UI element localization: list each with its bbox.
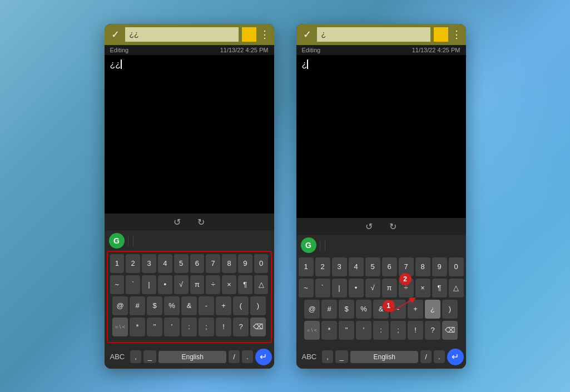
right-key-8[interactable]: 8	[415, 257, 430, 276]
right-key-asterisk[interactable]: *	[321, 321, 337, 340]
right-key-squote[interactable]: '	[356, 321, 371, 340]
left-key-backtick[interactable]: `	[126, 275, 140, 294]
right-abc-button[interactable]: ABC	[299, 350, 320, 363]
right-redo-button[interactable]: ↻	[389, 221, 396, 232]
right-key-pipe[interactable]: |	[332, 279, 347, 297]
right-comma-key[interactable]: ,	[322, 350, 333, 363]
right-key-4[interactable]: 4	[349, 257, 364, 276]
left-redo-button[interactable]: ↻	[197, 217, 205, 227]
right-key-backtick[interactable]: `	[315, 279, 330, 297]
left-check-button[interactable]: ✓	[109, 27, 122, 42]
right-key-1[interactable]: 1	[299, 257, 314, 276]
left-key-7[interactable]: 7	[206, 254, 220, 273]
left-english-button[interactable]: English	[158, 351, 226, 363]
left-key-sqrt[interactable]: √	[174, 275, 189, 294]
left-key-pi[interactable]: π	[190, 275, 205, 294]
right-key-backspace[interactable]: ⌫	[442, 321, 458, 340]
left-menu-dots[interactable]: ⋮	[260, 28, 270, 41]
left-key-pipe[interactable]: |	[142, 275, 156, 294]
right-key-bullet[interactable]: •	[349, 279, 364, 297]
left-key-colon[interactable]: :	[181, 317, 197, 336]
right-key-plus[interactable]: +	[408, 300, 423, 319]
right-key-at[interactable]: @	[304, 300, 320, 319]
left-key-semicolon[interactable]: ;	[199, 317, 214, 336]
right-key-tilde[interactable]: ~	[299, 279, 314, 297]
right-period-key[interactable]: .	[434, 350, 445, 363]
right-key-hash[interactable]: #	[321, 300, 337, 319]
left-key-bullet[interactable]: •	[158, 275, 172, 294]
left-key-3[interactable]: 3	[142, 254, 156, 273]
right-key-2[interactable]: 2	[315, 257, 330, 276]
right-underscore-key[interactable]: _	[335, 350, 348, 363]
right-check-button[interactable]: ✓	[301, 27, 314, 42]
right-key-sqrt[interactable]: √	[365, 279, 380, 297]
left-key-minus[interactable]: -	[199, 296, 214, 315]
left-key-5[interactable]: 5	[174, 254, 189, 273]
left-key-2[interactable]: 2	[126, 254, 140, 273]
right-key-6[interactable]: 6	[382, 257, 397, 276]
left-underscore-key[interactable]: _	[143, 350, 156, 363]
left-key-divide[interactable]: ÷	[206, 275, 220, 294]
left-key-rparen[interactable]: )	[250, 296, 266, 315]
left-key-0[interactable]: 0	[254, 254, 269, 273]
left-key-8[interactable]: 8	[222, 254, 236, 273]
right-key-multiply[interactable]: ×	[415, 279, 430, 297]
right-key-rparen[interactable]: )	[442, 300, 458, 319]
left-g-button[interactable]: G	[109, 233, 125, 249]
right-key-inverted-question[interactable]: ¿	[425, 300, 440, 319]
right-key-special1[interactable]: = \ <	[304, 321, 320, 340]
right-key-3[interactable]: 3	[332, 257, 347, 276]
left-key-hash[interactable]: #	[130, 296, 145, 315]
left-key-1[interactable]: 1	[110, 254, 125, 273]
left-key-special1[interactable]: = \ <	[112, 317, 128, 336]
left-key-triangle[interactable]: △	[254, 275, 269, 294]
right-key-pi[interactable]: π	[382, 279, 397, 297]
right-key-0[interactable]: 0	[449, 257, 464, 276]
right-key-triangle[interactable]: △	[449, 279, 464, 297]
right-key-5[interactable]: 5	[365, 257, 380, 276]
right-key-exclaim[interactable]: !	[408, 321, 423, 340]
left-key-squote[interactable]: '	[164, 317, 180, 336]
left-key-pilcrow[interactable]: ¶	[238, 275, 252, 294]
left-key-6[interactable]: 6	[190, 254, 205, 273]
left-key-plus[interactable]: +	[216, 296, 231, 315]
right-key-dollar[interactable]: $	[339, 300, 354, 319]
left-undo-button[interactable]: ↺	[174, 217, 181, 227]
right-key-semicolon[interactable]: ;	[390, 321, 406, 340]
left-key-4[interactable]: 4	[158, 254, 172, 273]
left-key-at[interactable]: @	[112, 296, 128, 315]
right-english-button[interactable]: English	[350, 351, 418, 363]
left-key-asterisk[interactable]: *	[130, 317, 145, 336]
left-comma-key[interactable]: ,	[130, 350, 141, 363]
left-key-question[interactable]: ?	[233, 317, 249, 336]
right-key-9[interactable]: 9	[432, 257, 447, 276]
left-slash-key[interactable]: /	[229, 350, 240, 363]
left-key-percent[interactable]: %	[164, 296, 180, 315]
right-content-area[interactable]: ¿​	[296, 55, 466, 218]
left-key-dquote[interactable]: "	[147, 317, 162, 336]
right-key-colon[interactable]: :	[373, 321, 389, 340]
left-abc-button[interactable]: ABC	[107, 350, 128, 363]
right-enter-button[interactable]: ↵	[447, 349, 464, 365]
right-key-pilcrow[interactable]: ¶	[432, 279, 447, 297]
left-key-9[interactable]: 9	[238, 254, 252, 273]
right-title-input[interactable]: ¿	[317, 27, 430, 42]
left-period-key[interactable]: .	[242, 350, 253, 363]
left-key-lparen[interactable]: (	[233, 296, 249, 315]
right-key-question[interactable]: ?	[425, 321, 440, 340]
left-key-amp[interactable]: &	[181, 296, 197, 315]
left-key-tilde[interactable]: ~	[110, 275, 125, 294]
right-slash-key[interactable]: /	[420, 350, 432, 363]
left-key-multiply[interactable]: ×	[222, 275, 236, 294]
left-title-input[interactable]: ¿¿	[125, 27, 239, 42]
left-enter-button[interactable]: ↵	[255, 349, 272, 365]
left-key-dollar[interactable]: $	[147, 296, 162, 315]
left-key-backspace[interactable]: ⌫	[250, 317, 266, 336]
left-content-area[interactable]: ¿¿​	[105, 55, 274, 214]
left-key-exclaim[interactable]: !	[216, 317, 231, 336]
right-key-percent[interactable]: %	[356, 300, 371, 319]
right-key-dquote[interactable]: "	[339, 321, 354, 340]
right-g-button[interactable]: G	[301, 237, 316, 253]
right-menu-dots[interactable]: ⋮	[452, 28, 462, 41]
right-undo-button[interactable]: ↺	[365, 221, 373, 232]
